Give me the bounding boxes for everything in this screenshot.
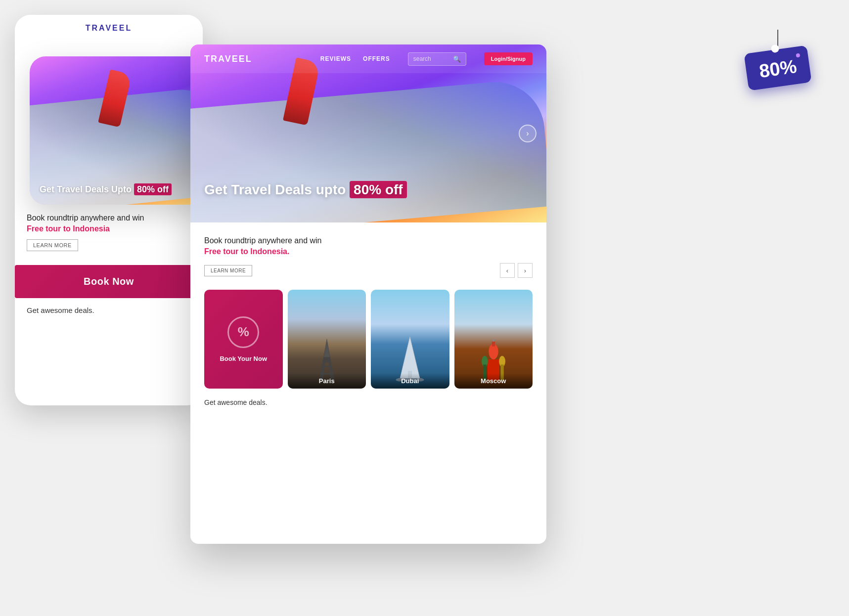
carousel-prev-button[interactable]: ‹ — [500, 263, 515, 278]
desktop-promo-text: Book roundtrip anywhere and win — [204, 236, 533, 245]
login-signup-button[interactable]: Login/Signup — [484, 52, 533, 65]
desktop-free-tour: Free tour to Indonesia. — [204, 247, 533, 256]
mobile-card: TRAVEEL Get Travel Deals Upto 80% off Bo… — [15, 15, 203, 405]
desktop-hero-text: Get Travel Deals upto 80% off — [204, 182, 407, 198]
desktop-learn-more-button[interactable]: LEARN MORE — [204, 265, 252, 276]
mobile-learn-more-button[interactable]: LEARN MORE — [27, 239, 78, 251]
mobile-card-header: TRAVEEL — [15, 15, 203, 42]
price-tag: 80% — [746, 49, 809, 87]
mobile-free-tour: Free tour to Indonesia — [27, 224, 191, 233]
dubai-destination-card[interactable]: Dubai — [371, 290, 449, 389]
mobile-hero: Get Travel Deals Upto 80% off — [30, 56, 203, 205]
search-box: 🔍 — [408, 52, 466, 66]
promo-card-label: Book Your Now — [220, 355, 267, 362]
carousel-next-button[interactable]: › — [518, 263, 533, 278]
nav-offers[interactable]: OFFERS — [363, 55, 390, 62]
mobile-logo: TRAVEEL — [86, 24, 132, 33]
desktop-awesome-deals: Get awesome deals. — [204, 398, 533, 406]
moscow-label: Moscow — [454, 373, 533, 389]
mobile-promo-text: Book roundtrip anywhere and win — [27, 214, 191, 222]
price-tag-body: 80% — [744, 45, 811, 90]
book-now-button[interactable]: Book Now — [15, 265, 203, 298]
hero-next-button[interactable]: › — [519, 125, 536, 142]
desktop-logo: TRAVEEL — [204, 54, 252, 64]
desktop-nav: TRAVEEL REVIEWS OFFERS 🔍 Login/Signup — [190, 44, 546, 73]
destination-grid: % Book Your Now Paris — [204, 290, 533, 389]
nav-links: REVIEWS OFFERS 🔍 Login/Signup — [320, 52, 533, 66]
price-tag-value: 80% — [758, 56, 798, 82]
mobile-card-content: Book roundtrip anywhere and win Free tou… — [15, 209, 203, 265]
front-actions-row: LEARN MORE ‹ › — [204, 263, 533, 278]
desktop-body: Book roundtrip anywhere and win Free tou… — [190, 222, 546, 416]
search-icon[interactable]: 🔍 — [453, 55, 461, 63]
svg-marker-1 — [324, 339, 330, 357]
svg-rect-14 — [492, 342, 495, 347]
dubai-label: Dubai — [371, 373, 449, 389]
nav-reviews[interactable]: REVIEWS — [320, 55, 351, 62]
mobile-awesome-deals: Get awesome deals. — [15, 306, 203, 315]
paris-destination-card[interactable]: Paris — [288, 290, 366, 389]
promo-destination-card[interactable]: % Book Your Now — [204, 290, 283, 389]
tag-dot — [796, 53, 800, 58]
mobile-deal-overlay: Get Travel Deals Upto 80% off — [40, 184, 172, 195]
search-input[interactable] — [413, 55, 453, 62]
moscow-destination-card[interactable]: Moscow — [454, 290, 533, 389]
promo-badge: % — [227, 316, 259, 348]
paris-label: Paris — [288, 373, 366, 389]
carousel-arrows: ‹ › — [500, 263, 533, 278]
desktop-card: TRAVEEL REVIEWS OFFERS 🔍 Login/Signup Ge… — [190, 44, 546, 544]
